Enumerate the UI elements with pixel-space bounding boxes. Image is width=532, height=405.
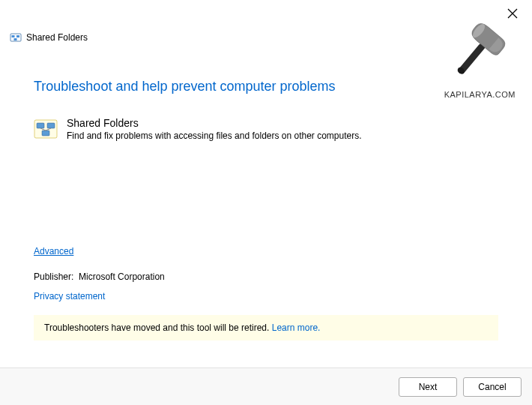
advanced-link[interactable]: Advanced [34, 246, 73, 256]
close-button[interactable] [507, 8, 519, 20]
notice-text: Troubleshooters have moved and this tool… [44, 322, 272, 333]
publisher-value: Microsoft Corporation [79, 272, 165, 282]
svg-rect-3 [12, 35, 15, 38]
main-content: Troubleshoot and help prevent computer p… [34, 79, 498, 340]
window-title: Shared Folders [26, 32, 88, 43]
shared-folder-icon [34, 117, 58, 141]
next-button[interactable]: Next [399, 377, 457, 397]
section-title: Shared Folders [67, 117, 362, 129]
section-description: Find and fix problems with accessing fil… [67, 130, 362, 141]
learn-more-link[interactable]: Learn more. [272, 322, 321, 333]
hammer-icon [450, 21, 510, 85]
troubleshooter-section: Shared Folders Find and fix problems wit… [34, 117, 498, 141]
svg-rect-5 [14, 38, 17, 40]
retirement-notice: Troubleshooters have moved and this tool… [34, 315, 498, 340]
shared-folder-title-icon [10, 32, 22, 44]
section-text: Shared Folders Find and fix problems wit… [67, 117, 362, 141]
svg-rect-4 [16, 35, 19, 38]
svg-rect-12 [42, 130, 49, 136]
page-heading: Troubleshoot and help prevent computer p… [34, 79, 498, 94]
svg-rect-11 [47, 123, 55, 128]
publisher-label: Publisher: [34, 272, 73, 282]
button-bar: Next Cancel [0, 368, 532, 405]
privacy-statement-link[interactable]: Privacy statement [34, 291, 105, 302]
cancel-button[interactable]: Cancel [463, 377, 522, 397]
title-bar: Shared Folders [10, 32, 88, 44]
svg-rect-10 [37, 123, 44, 128]
publisher-info: Publisher: Microsoft Corporation [34, 272, 498, 282]
